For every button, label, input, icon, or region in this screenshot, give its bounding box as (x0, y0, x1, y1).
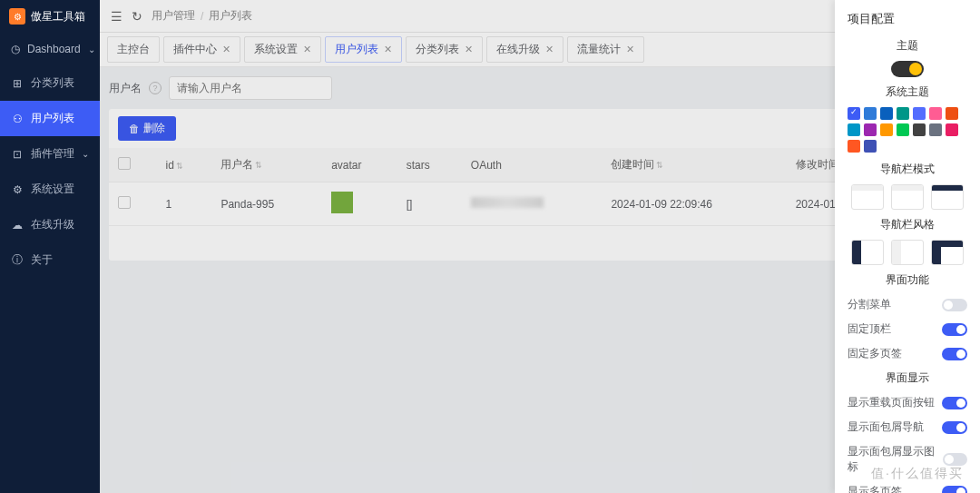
logo-icon: ⚙ (9, 8, 25, 25)
trash-icon: 🗑 (129, 123, 140, 135)
dashboard-icon: ◷ (11, 43, 20, 55)
col-username[interactable]: 用户名⇅ (211, 148, 322, 182)
theme-section-title: 主题 (848, 38, 967, 54)
search-input[interactable] (169, 76, 332, 100)
theme-color-option[interactable] (848, 107, 860, 120)
close-icon[interactable]: ✕ (384, 44, 392, 55)
sidebar-item-settings[interactable]: ⚙ 系统设置 (0, 172, 100, 207)
sidebar-item-dashboard[interactable]: ◷ Dashboard ⌄ (0, 33, 100, 65)
tab-settings[interactable]: 系统设置✕ (244, 36, 321, 63)
moon-icon (909, 63, 922, 75)
theme-color-option[interactable] (880, 107, 893, 120)
help-icon[interactable]: ? (149, 82, 162, 94)
nav-style-light[interactable] (891, 240, 924, 265)
toggle-fixed-tabs[interactable] (942, 348, 967, 360)
sidebar-item-label: 用户列表 (31, 111, 74, 126)
delete-button[interactable]: 🗑 删除 (118, 116, 176, 141)
theme-color-option[interactable] (848, 140, 860, 153)
app-name: 傲星工具箱 (31, 9, 85, 25)
theme-toggle[interactable] (891, 61, 924, 77)
toggle-tabs[interactable] (942, 486, 967, 494)
tab-upgrade[interactable]: 在线升级✕ (486, 36, 564, 63)
sidebar-item-label: 分类列表 (31, 75, 74, 91)
col-stars: stars (397, 148, 462, 182)
sidebar: ⚙ 傲星工具箱 ◷ Dashboard ⌄ ⊞ 分类列表 ⚇ 用户列表 ⊡ 插件… (0, 0, 100, 493)
sidebar-item-about[interactable]: ⓘ 关于 (0, 242, 100, 278)
menu-collapse-icon[interactable]: ☰ (111, 9, 122, 24)
theme-color-option[interactable] (864, 107, 877, 120)
col-avatar: avatar (322, 148, 397, 182)
close-icon[interactable]: ✕ (303, 44, 311, 55)
breadcrumb: 用户管理 / 用户列表 (152, 8, 252, 24)
tab-label: 主控台 (117, 42, 150, 57)
nav-mode-title: 导航栏模式 (848, 162, 967, 177)
sidebar-item-upgrade[interactable]: ☁ 在线升级 (0, 207, 100, 242)
theme-color-option[interactable] (864, 140, 877, 153)
tab-users[interactable]: 用户列表✕ (325, 36, 402, 63)
theme-color-option[interactable] (864, 123, 877, 136)
settings-title: 项目配置 (848, 11, 967, 27)
sidebar-item-plugins[interactable]: ⊡ 插件管理 ⌄ (0, 136, 100, 172)
user-icon: ⚇ (11, 113, 24, 125)
theme-color-option[interactable] (929, 107, 942, 120)
nav-mode-side[interactable] (851, 184, 884, 210)
ui-display-title: 界面显示 (848, 370, 967, 386)
toggle-breadcrumb-icon[interactable] (943, 453, 967, 466)
col-created[interactable]: 创建时间⇅ (602, 148, 786, 182)
tab-plugins[interactable]: 插件中心✕ (163, 36, 240, 63)
color-grid (848, 107, 967, 153)
sidebar-item-label: Dashboard (27, 43, 81, 55)
sidebar-item-label: 在线升级 (31, 217, 74, 232)
theme-color-option[interactable] (913, 107, 926, 120)
breadcrumb-item[interactable]: 用户管理 (152, 8, 195, 24)
tab-dashboard[interactable]: 主控台 (107, 36, 160, 63)
system-theme-title: 系统主题 (848, 84, 967, 100)
delete-label: 删除 (143, 121, 165, 136)
toggle-breadcrumb[interactable] (942, 421, 967, 434)
toggle-split-menu-row: 分割菜单 (848, 297, 967, 312)
col-id[interactable]: id⇅ (157, 148, 212, 182)
nav-style-row (848, 240, 967, 265)
cell-id: 1 (157, 182, 212, 226)
row-checkbox[interactable] (118, 196, 131, 209)
nav-style-dark-top[interactable] (931, 240, 964, 265)
toggle-label: 分割菜单 (848, 297, 891, 312)
toggle-split-menu[interactable] (942, 299, 967, 311)
sort-icon: ⇅ (656, 161, 663, 170)
reload-icon[interactable]: ↻ (132, 9, 142, 24)
sidebar-item-label: 系统设置 (31, 182, 74, 197)
checkbox-all[interactable] (118, 157, 131, 170)
close-icon[interactable]: ✕ (626, 44, 634, 55)
tab-label: 流量统计 (577, 42, 621, 57)
tab-label: 用户列表 (335, 42, 378, 57)
theme-color-option[interactable] (929, 123, 942, 136)
avatar-image (331, 192, 353, 213)
theme-color-option[interactable] (897, 123, 909, 136)
close-icon[interactable]: ✕ (545, 44, 554, 55)
toggle-fixed-header[interactable] (942, 323, 967, 336)
close-icon[interactable]: ✕ (465, 44, 473, 55)
nav-mode-top[interactable] (891, 184, 924, 210)
sidebar-item-category[interactable]: ⊞ 分类列表 (0, 65, 100, 101)
toggle-label: 显示多页签 (848, 484, 902, 493)
cell-username: Panda-995 (211, 182, 322, 226)
toggle-fixed-tabs-row: 固定多页签 (848, 346, 967, 361)
tab-label: 系统设置 (254, 42, 298, 57)
logo-area: ⚙ 傲星工具箱 (0, 0, 100, 33)
tab-category[interactable]: 分类列表✕ (406, 36, 483, 63)
cloud-icon: ☁ (11, 219, 24, 232)
theme-color-option[interactable] (880, 123, 893, 136)
toggle-reload[interactable] (942, 397, 967, 409)
search-label: 用户名 (109, 81, 142, 96)
nav-style-dark[interactable] (851, 240, 884, 265)
sidebar-item-users[interactable]: ⚇ 用户列表 (0, 101, 100, 136)
theme-color-option[interactable] (946, 123, 958, 136)
settings-icon: ⚙ (11, 183, 24, 196)
theme-color-option[interactable] (897, 107, 909, 120)
tab-traffic[interactable]: 流量统计✕ (567, 36, 644, 63)
theme-color-option[interactable] (848, 123, 860, 136)
nav-mode-mix[interactable] (931, 184, 964, 210)
close-icon[interactable]: ✕ (222, 44, 230, 55)
theme-color-option[interactable] (913, 123, 926, 136)
theme-color-option[interactable] (946, 107, 958, 120)
